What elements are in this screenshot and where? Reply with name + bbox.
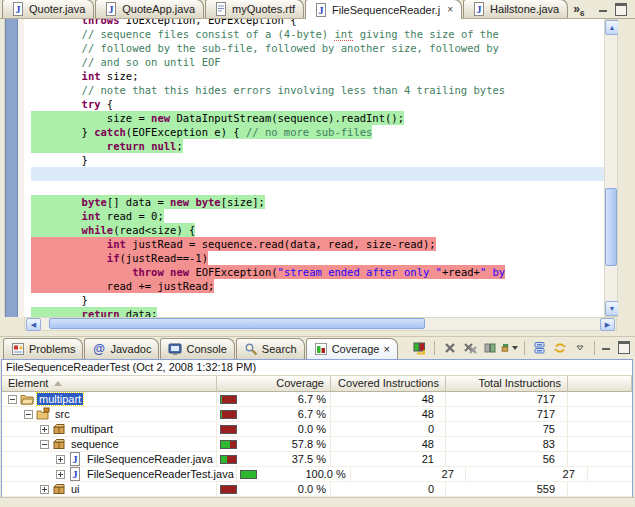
code-token: read = 0; [101,210,164,222]
collapse-icon[interactable] [40,440,49,449]
horizontal-scrollbar[interactable]: ◀ ▶ [24,317,617,331]
editor-window-buttons [598,3,627,16]
minimize-icon[interactable] [601,343,612,352]
code-line-text: read += justRead; [31,279,214,293]
remove-session-icon[interactable] [441,339,458,356]
coverage-bar-covered [221,396,222,403]
scroll-left-icon[interactable]: ◀ [26,318,41,331]
code-line-text: int justRead = sequence.read(data, read,… [31,237,436,251]
code-token [31,56,82,68]
expand-icon[interactable] [56,470,65,479]
element-cell: multipart [2,422,217,436]
expand-icon[interactable] [40,485,49,494]
row-filler [568,437,632,451]
editor-tab-label: Quoter.java [29,3,85,15]
editor-tab-quoteapp-java[interactable]: JQuoteApp.java [95,0,204,18]
code-token: [] data = [107,196,170,208]
collapse-icon[interactable] [24,410,33,419]
code-token: byte [195,196,220,208]
code-line-text: } [31,293,88,307]
element-cell: JFileSequenceReader.java [2,452,217,466]
horizontal-scroll-thumb[interactable] [49,318,425,329]
coverage-percent: 37.5 % [292,453,330,465]
code-token [31,70,82,82]
view-tab-coverage[interactable]: Coverage× [306,338,398,359]
eclipse-window: JQuoter.javaJQuoteApp.javamyQuotes.rtfJF… [0,0,635,507]
editor-tab-hailstone-java[interactable]: JHailstone.java [463,0,568,18]
tab-overflow-indicator[interactable]: »6 [573,2,584,18]
code-line-text: if(justRead==-1) [31,251,208,265]
coverage-session-icon[interactable] [411,339,428,356]
scroll-down-icon[interactable]: ▼ [605,301,619,316]
vertical-scroll-thumb[interactable] [605,188,617,266]
merge-sessions-icon[interactable] [481,339,498,356]
element-cell: src [2,407,217,421]
table-row[interactable]: ui0.0 %0559 [2,482,632,497]
code-token: int [334,28,353,41]
view-window-buttons [601,341,630,354]
column-header-covered-instructions[interactable]: Covered Instructions [331,376,446,392]
window-bottom-edge [0,497,635,507]
maximize-icon[interactable] [615,3,627,16]
column-header-element[interactable]: Element [2,376,217,392]
scroll-right-icon[interactable]: ▶ [600,318,615,331]
editor-tab-label: QuoteApp.java [122,3,195,15]
table-row[interactable]: multipart6.7 %48717 [2,392,632,407]
table-row[interactable]: JFileSequenceReader.java37.5 %2156 [2,452,632,467]
element-cell: sequence [2,437,217,451]
coverage-session-label: FileSequenceReaderTest (Oct 2, 2008 1:32… [2,360,632,376]
table-row[interactable]: JFileSequenceReaderTest.java100.0 %2727 [2,467,632,482]
scroll-up-icon[interactable]: ▲ [605,20,619,35]
table-row[interactable]: src6.7 %48717 [2,407,632,422]
covered-instructions-value: 0 [428,423,445,435]
view-tab-console[interactable]: Console [160,338,234,359]
view-tab-problems[interactable]: Problems [3,338,83,359]
expand-icon[interactable] [40,425,49,434]
code-area[interactable]: throws IOException, EOFException { // se… [24,19,604,317]
minimize-icon[interactable] [598,5,609,14]
column-header-total-instructions[interactable]: Total Instructions [446,376,568,392]
code-token: read += justRead; [31,280,214,292]
editor-tab-quoter-java[interactable]: JQuoter.java [2,0,94,18]
coverage-percent: 6.7 % [298,408,330,420]
collapse-icon[interactable] [8,395,17,404]
element-label: FileSequenceReader.java [85,453,215,465]
view-tab-search[interactable]: Search [236,338,305,359]
vertical-scrollbar[interactable]: ▲ ▼ [604,19,618,317]
close-icon[interactable]: × [447,4,453,15]
code-token: giving the size of the [353,28,498,40]
code-line: } [24,153,604,167]
code-line: // sequence files consist of a (4-byte) … [24,27,604,41]
coverage-bar-covered [241,471,256,478]
coverage-percent: 57.8 % [292,438,330,450]
code-token: byte [82,196,107,208]
svg-text:J: J [16,4,21,15]
coverage-view: FileSequenceReaderTest (Oct 2, 2008 1:32… [1,359,633,497]
maximize-icon[interactable] [618,341,630,354]
collapse-all-icon[interactable] [531,339,548,356]
view-menu-icon[interactable] [571,339,588,356]
editor-tab-myquotes-rtf[interactable]: myQuotes.rtf [205,0,304,18]
table-row[interactable]: sequence57.8 %4883 [2,437,632,452]
remove-all-sessions-icon[interactable] [461,339,478,356]
code-line-text: size = new DataInputStream(sequence).rea… [31,111,404,125]
column-header-coverage[interactable]: Coverage [217,376,331,392]
code-token: int [107,238,126,250]
covered-instructions-value: 21 [422,453,445,465]
import-session-icon[interactable] [501,339,518,356]
expand-icon[interactable] [56,455,65,464]
editor-tab-label: myQuotes.rtf [232,3,295,15]
close-icon[interactable]: × [383,343,389,355]
table-row[interactable]: multipart0.0 %075 [2,422,632,437]
code-line: } [24,293,604,307]
view-tab-javadoc[interactable]: @Javadoc [84,338,159,359]
dropdown-arrow-icon[interactable] [512,346,518,350]
total-instructions-value: 83 [543,438,567,450]
code-line-text: // sequence files consist of a (4-byte) … [31,27,499,41]
editor-tab-filesequencereader-j[interactable]: JFileSequenceReader.j× [305,0,462,19]
code-line-text: throw new EOFException("stream ended aft… [31,265,505,279]
project-folder-icon [20,392,34,406]
total-instructions-value: 75 [543,423,567,435]
left-gutter-bar [5,19,18,317]
link-with-selection-icon[interactable] [551,339,568,356]
